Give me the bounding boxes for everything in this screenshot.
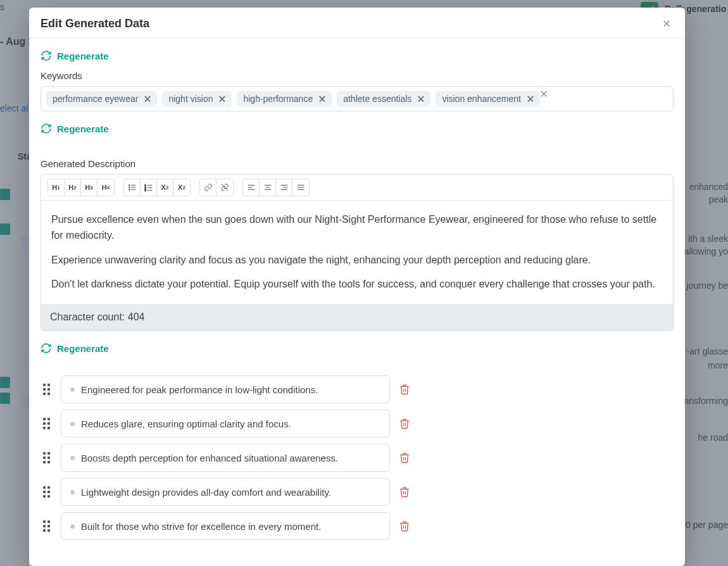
keyword-chip: night vision	[162, 91, 232, 106]
remove-keyword-icon[interactable]	[143, 94, 152, 103]
delete-feature-icon[interactable]	[399, 452, 410, 463]
refresh-icon	[41, 123, 52, 134]
drag-handle-icon[interactable]	[41, 418, 52, 429]
delete-feature-icon[interactable]	[399, 520, 410, 532]
remove-keyword-icon[interactable]	[318, 94, 327, 103]
keyword-chip: high-performance	[237, 91, 332, 106]
description-paragraph: Experience unwavering clarity and focus …	[51, 253, 663, 268]
drag-handle-icon[interactable]	[41, 452, 52, 463]
description-paragraph: Pursue excellence even when the sun goes…	[51, 212, 663, 244]
link-group	[199, 179, 234, 196]
align-center-icon[interactable]	[260, 179, 276, 196]
editor-toolbar: H1 H2 H3 H4 123 X2 X2	[41, 175, 673, 201]
heading4-button[interactable]: H4	[97, 179, 114, 196]
bullet-icon	[70, 387, 75, 392]
keyword-chip: vision enhancement	[436, 91, 540, 106]
feature-text: Engineered for peak performance in low-l…	[81, 384, 318, 395]
svg-point-0	[129, 185, 130, 186]
description-paragraph: Don't let darkness dictate your potentia…	[51, 277, 663, 292]
modal-header: Edit Generated Data	[29, 8, 685, 39]
keywords-field-label: Keywords	[41, 70, 674, 81]
keyword-chip: performance eyewear	[46, 91, 157, 106]
feature-item: Reduces glare, ensuring optimal clarity …	[41, 410, 674, 437]
feature-item: Engineered for peak performance in low-l…	[41, 375, 674, 403]
feature-input[interactable]: Built for those who strive for excellenc…	[61, 512, 390, 540]
bullet-icon	[70, 456, 75, 460]
refresh-icon	[41, 343, 52, 354]
feature-text: Boosts depth perception for enhanced sit…	[81, 453, 338, 463]
delete-feature-icon[interactable]	[399, 486, 410, 498]
description-textarea[interactable]: Pursue excellence even when the sun goes…	[41, 201, 673, 304]
heading3-button[interactable]: H3	[81, 179, 97, 196]
delete-feature-icon[interactable]	[399, 418, 410, 429]
feature-text: Reduces glare, ensuring optimal clarity …	[81, 418, 291, 429]
modal-title: Edit Generated Data	[41, 17, 149, 30]
regenerate-label: Regenerate	[57, 343, 109, 354]
align-right-icon[interactable]	[276, 179, 292, 196]
remove-keyword-icon[interactable]	[526, 94, 535, 103]
close-icon[interactable]	[660, 16, 674, 30]
feature-input[interactable]: Engineered for peak performance in low-l…	[61, 375, 390, 403]
refresh-icon	[41, 50, 52, 61]
remove-keyword-icon[interactable]	[218, 94, 227, 103]
keywords-input[interactable]: performance eyewear night vision high-pe…	[41, 86, 674, 111]
keyword-text: vision enhancement	[442, 94, 521, 104]
svg-point-2	[129, 187, 130, 188]
edit-generated-data-modal: Edit Generated Data Regenerate Keywords …	[29, 8, 685, 566]
list-group: 123 X2 X2	[123, 179, 191, 196]
feature-item: Built for those who strive for excellenc…	[41, 512, 674, 540]
align-group	[242, 179, 310, 196]
feature-input[interactable]: Reduces glare, ensuring optimal clarity …	[61, 410, 390, 437]
description-editor: H1 H2 H3 H4 123 X2 X2	[41, 174, 674, 331]
regenerate-label: Regenerate	[57, 51, 109, 61]
keyword-text: night vision	[168, 94, 213, 104]
regenerate-label: Regenerate	[57, 123, 109, 134]
heading-group: H1 H2 H3 H4	[47, 179, 115, 196]
regenerate-features-button[interactable]: Regenerate	[41, 343, 674, 354]
modal-body[interactable]: Regenerate Keywords performance eyewear …	[29, 39, 685, 562]
character-count: Character count: 404	[41, 304, 673, 330]
keyword-text: athlete essentials	[343, 94, 411, 104]
heading2-button[interactable]: H2	[65, 179, 81, 196]
superscript-button[interactable]: X2	[173, 179, 190, 196]
drag-handle-icon[interactable]	[41, 486, 52, 498]
keyword-chip: athlete essentials	[337, 91, 430, 106]
unlink-icon[interactable]	[217, 179, 233, 196]
align-left-icon[interactable]	[243, 179, 260, 196]
link-icon[interactable]	[200, 179, 217, 196]
feature-text: Built for those who strive for excellenc…	[81, 521, 321, 532]
bullet-icon	[70, 524, 75, 529]
regenerate-keywords-button[interactable]: Regenerate	[41, 50, 674, 61]
keyword-text: performance eyewear	[53, 94, 138, 104]
delete-feature-icon[interactable]	[399, 384, 410, 395]
align-justify-icon[interactable]	[292, 179, 309, 196]
bullet-icon	[70, 490, 75, 494]
drag-handle-icon[interactable]	[41, 520, 52, 532]
svg-text:3: 3	[144, 189, 146, 192]
drag-handle-icon[interactable]	[41, 384, 52, 395]
feature-text: Lightweight design provides all-day comf…	[81, 487, 331, 498]
clear-keywords-icon[interactable]	[539, 89, 549, 99]
heading1-button[interactable]: H1	[48, 179, 65, 196]
regenerate-description-button[interactable]: Regenerate	[41, 123, 674, 134]
subscript-button[interactable]: X2	[157, 179, 173, 196]
bullet-icon	[70, 422, 75, 426]
feature-item: Lightweight design provides all-day comf…	[41, 478, 674, 506]
feature-item: Boosts depth perception for enhanced sit…	[41, 444, 674, 472]
description-field-label: Generated Description	[41, 158, 674, 169]
ordered-list-icon[interactable]: 123	[141, 179, 157, 196]
bullet-list-icon[interactable]	[124, 179, 141, 196]
keyword-text: high-performance	[243, 94, 313, 104]
feature-input[interactable]: Lightweight design provides all-day comf…	[61, 478, 390, 506]
feature-input[interactable]: Boosts depth perception for enhanced sit…	[61, 444, 390, 472]
svg-point-4	[129, 189, 130, 191]
remove-keyword-icon[interactable]	[417, 94, 425, 103]
